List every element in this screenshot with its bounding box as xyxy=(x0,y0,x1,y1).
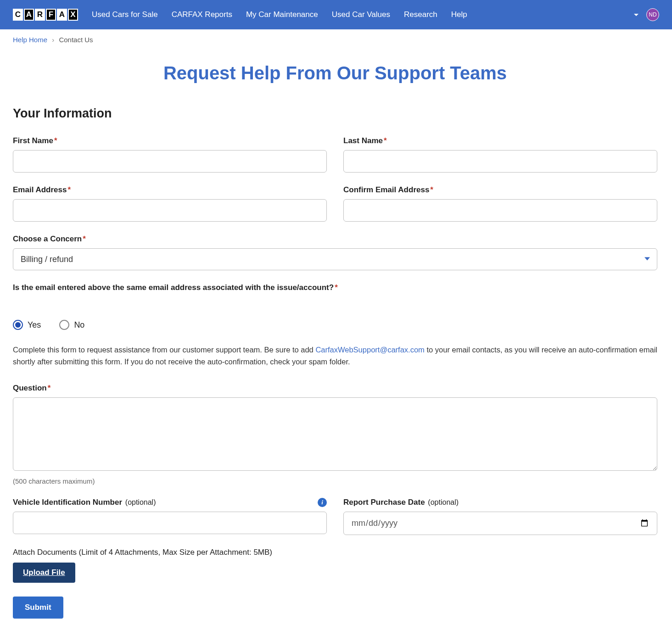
nav-reports[interactable]: CARFAX Reports xyxy=(172,10,232,19)
email-label: Email Address* xyxy=(13,185,327,195)
section-your-information: Your Information xyxy=(13,106,657,121)
nav-help[interactable]: Help xyxy=(451,10,467,19)
logo-letter: A xyxy=(24,9,34,21)
vin-input[interactable] xyxy=(13,512,327,534)
radio-button-icon xyxy=(59,320,69,330)
concern-label: Choose a Concern* xyxy=(13,234,657,244)
purchase-date-input[interactable] xyxy=(343,512,657,535)
purchase-date-label: Report Purchase Date (optional) xyxy=(343,498,657,507)
radio-yes[interactable]: Yes xyxy=(13,320,41,330)
logo-letter: F xyxy=(46,9,56,21)
info-icon[interactable]: i xyxy=(318,498,327,507)
logo-letter: A xyxy=(57,9,67,21)
radio-no-label: No xyxy=(74,320,84,330)
logo-letter: R xyxy=(35,9,45,21)
breadcrumb: Help Home › Contact Us xyxy=(0,29,672,50)
submit-button[interactable]: Submit xyxy=(13,597,63,619)
first-name-input[interactable] xyxy=(13,150,327,173)
last-name-input[interactable] xyxy=(343,150,657,173)
primary-nav: Used Cars for Sale CARFAX Reports My Car… xyxy=(92,10,633,19)
same-email-question-label: Is the email entered above the same emai… xyxy=(13,283,657,292)
concern-select[interactable]: Billing / refund xyxy=(13,248,657,270)
top-navbar: C A R F A X Used Cars for Sale CARFAX Re… xyxy=(0,0,672,29)
page-title: Request Help From Our Support Teams xyxy=(13,63,657,84)
breadcrumb-help-home[interactable]: Help Home xyxy=(13,36,47,44)
question-label: Question* xyxy=(13,384,657,393)
question-textarea[interactable] xyxy=(13,397,657,471)
nav-used-cars[interactable]: Used Cars for Sale xyxy=(92,10,158,19)
vin-label: Vehicle Identification Number (optional) xyxy=(13,498,156,507)
radio-yes-label: Yes xyxy=(28,320,41,330)
first-name-label: First Name* xyxy=(13,136,327,145)
nav-research[interactable]: Research xyxy=(404,10,437,19)
nav-maintenance[interactable]: My Car Maintenance xyxy=(246,10,318,19)
user-avatar[interactable]: ND xyxy=(646,8,659,21)
carfax-logo[interactable]: C A R F A X xyxy=(13,9,78,21)
logo-letter: C xyxy=(13,9,23,21)
logo-letter: X xyxy=(68,9,78,21)
radio-no[interactable]: No xyxy=(59,320,84,330)
account-dropdown-caret-icon[interactable] xyxy=(633,11,639,19)
support-email-link[interactable]: CarfaxWebSupport@carfax.com xyxy=(315,346,424,354)
breadcrumb-current: Contact Us xyxy=(59,36,93,44)
upload-file-button[interactable]: Upload File xyxy=(13,563,75,583)
question-char-limit: (500 characters maximum) xyxy=(13,477,657,485)
confirm-email-label: Confirm Email Address* xyxy=(343,185,657,195)
confirm-email-input[interactable] xyxy=(343,199,657,222)
radio-button-icon xyxy=(13,320,23,330)
nav-values[interactable]: Used Car Values xyxy=(332,10,390,19)
breadcrumb-separator: › xyxy=(52,36,54,44)
last-name-label: Last Name* xyxy=(343,136,657,145)
attach-documents-label: Attach Documents (Limit of 4 Attachments… xyxy=(13,548,657,557)
email-input[interactable] xyxy=(13,199,327,222)
form-instructions: Complete this form to request assistance… xyxy=(13,344,657,368)
